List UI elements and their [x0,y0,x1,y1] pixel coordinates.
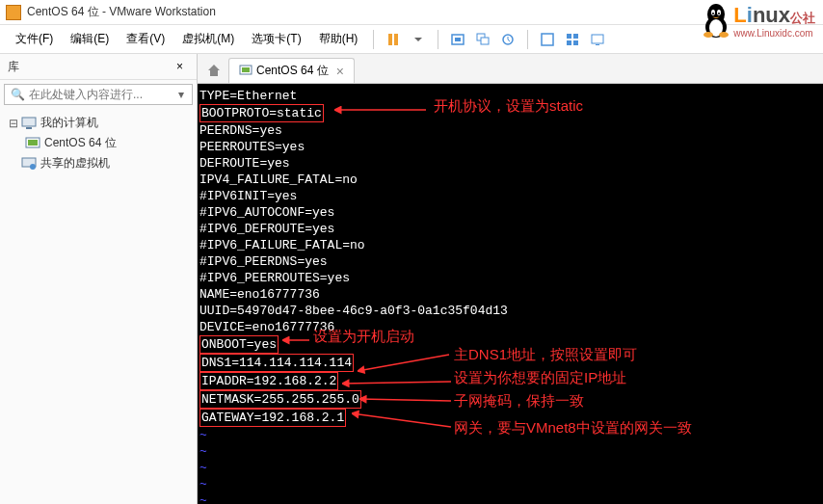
pause-button[interactable] [382,28,405,51]
app-icon [6,5,21,20]
term-tilde: ~ [199,443,821,460]
svg-rect-9 [573,34,578,39]
separator [527,30,528,49]
vm-icon [25,137,40,150]
svg-rect-15 [26,127,32,129]
fullscreen-button[interactable] [536,28,559,51]
svg-rect-10 [567,40,571,45]
search-dropdown[interactable]: ▾ [176,88,186,101]
vm-tree: ⊟ 我的计算机 CentOS 64 位 共享的虚拟机 [0,109,197,504]
svg-line-25 [342,382,451,384]
window-title: CentOS 64 位 - VMware Workstation [27,4,216,20]
menu-view[interactable]: 查看(V) [119,27,173,51]
menu-help[interactable]: 帮助(H) [311,27,366,51]
term-line: #IPV6_PEERROUTES=yes [199,270,821,286]
tree-shared-label: 共享的虚拟机 [40,155,110,172]
sidebar-close-button[interactable]: × [171,58,189,75]
svg-rect-14 [22,118,36,126]
terminal[interactable]: TYPE=Ethernet BOOTPROTO=static PEERDNS=y… [198,84,823,504]
menu-tabs[interactable]: 选项卡(T) [244,27,308,51]
annotation: 开机协议，设置为static [434,97,583,114]
snapshot-manager-button[interactable] [471,28,494,51]
revert-button[interactable] [496,28,519,51]
tab-close-button[interactable]: × [336,64,344,79]
svg-rect-3 [455,38,461,41]
separator [373,30,374,49]
menu-file[interactable]: 文件(F) [8,27,61,51]
term-line: #IPV6_AUTOCONF=yes [199,204,821,221]
svg-point-33 [712,13,714,14]
term-tilde: ~ [199,476,821,492]
sidebar-title: 库 [8,59,171,75]
term-tilde: ~ [199,460,821,476]
term-line: PEERDNS=yes [199,122,821,139]
menubar: 文件(F) 编辑(E) 查看(V) 虚拟机(M) 选项卡(T) 帮助(H) [0,25,823,54]
arrow-annotation [352,410,453,431]
site-logo: Linux公社 www.Linuxidc.com [701,2,815,39]
term-tilde: ~ [199,492,821,504]
expand-icon[interactable]: ⊟ [8,117,19,130]
search-icon: 🔍 [11,88,25,101]
tree-vm-label: CentOS 64 位 [44,135,117,151]
arrow-annotation [358,352,454,375]
term-line: DEFROUTE=yes [199,155,821,172]
titlebar: CentOS 64 位 - VMware Workstation [0,0,823,25]
snapshot-button[interactable] [446,28,469,51]
svg-point-35 [704,32,713,38]
toolbar-dropdown[interactable] [407,28,430,51]
svg-rect-13 [596,44,599,45]
console-button[interactable] [586,28,609,51]
tree-shared[interactable]: 共享的虚拟机 [8,153,189,173]
svg-rect-0 [388,34,392,45]
annotation: 设置为你想要的固定IP地址 [454,369,626,385]
logo-brand: Linux公社 [733,3,815,28]
annotation: 子网掩码，保持一致 [454,392,584,409]
arrow-annotation [334,103,431,117]
arrow-annotation [359,392,456,406]
svg-rect-21 [242,67,250,72]
tree-root-label: 我的计算机 [40,115,98,131]
search-input[interactable] [29,88,176,101]
separator [438,30,438,49]
svg-line-24 [358,355,449,371]
annotation: 网关，要与VMnet8中设置的网关一致 [454,419,692,436]
svg-point-36 [719,32,729,38]
arrow-annotation [342,377,453,390]
svg-rect-11 [573,40,578,45]
svg-line-26 [359,399,451,401]
vm-tab-icon [239,65,252,78]
svg-line-27 [352,413,451,427]
term-line: IPV4_FAILURE_FATAL=no [199,172,821,188]
search-box[interactable]: 🔍 ▾ [4,84,193,105]
arrow-annotation [282,333,311,347]
tab-bar: CentOS 64 位 × [198,54,823,84]
tree-vm-item[interactable]: CentOS 64 位 [25,133,189,153]
penguin-icon [701,2,731,39]
sidebar: 库 × 🔍 ▾ ⊟ 我的计算机 CentOS 64 位 共 [0,54,198,504]
svg-rect-17 [28,140,38,146]
svg-rect-5 [481,38,489,44]
svg-rect-12 [592,35,603,43]
vm-tab-label: CentOS 64 位 [256,63,329,79]
term-line: PEERROUTES=yes [199,139,821,155]
term-line: UUID=54970d47-8bee-46c9-a0f3-0a1c35f04d1… [199,303,821,319]
term-line: #IPV6INIT=yes [199,188,821,204]
computer-icon [21,117,37,130]
svg-rect-1 [394,34,398,45]
shared-icon [21,157,37,171]
home-tab[interactable] [203,60,225,81]
svg-rect-7 [542,34,553,45]
svg-rect-8 [567,34,571,39]
unity-button[interactable] [561,28,584,51]
annotation: 设置为开机启动 [313,328,414,344]
menu-edit[interactable]: 编辑(E) [63,27,117,51]
content-area: CentOS 64 位 × TYPE=Ethernet BOOTPROTO=st… [198,54,823,504]
menu-vm[interactable]: 虚拟机(M) [174,27,242,51]
term-line: #IPV6_DEFROUTE=yes [199,221,821,237]
term-line: #IPV6_FAILURE_FATAL=no [199,237,821,253]
vm-tab[interactable]: CentOS 64 位 × [228,58,355,83]
tree-root[interactable]: ⊟ 我的计算机 [8,113,189,133]
logo-url: www.Linuxidc.com [733,28,815,39]
term-line: NAME=eno16777736 [199,286,821,303]
svg-point-19 [30,164,36,170]
